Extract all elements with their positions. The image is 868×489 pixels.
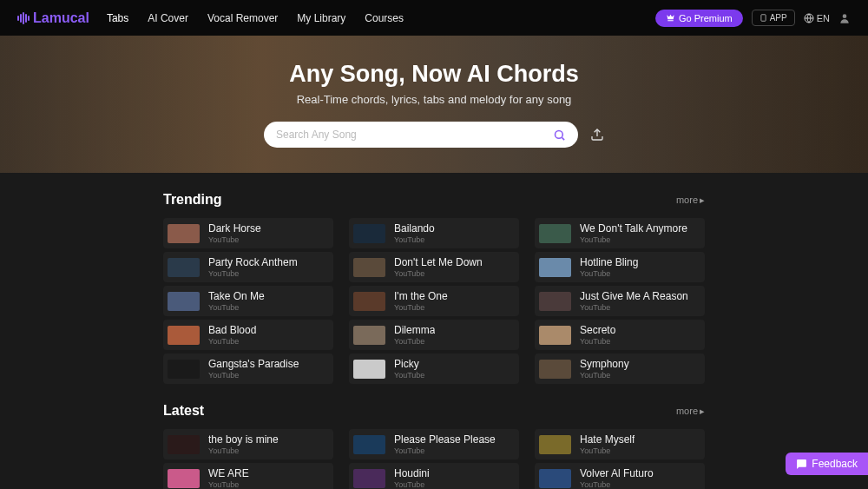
song-item[interactable]: Dark HorseYouTube	[163, 218, 333, 248]
song-item[interactable]: Hate MyselfYouTube	[535, 429, 705, 459]
search-box	[264, 122, 578, 148]
song-source: YouTube	[208, 371, 299, 380]
song-title: Party Rock Anthem	[208, 256, 298, 268]
header-right: Go Premium APP EN	[655, 10, 851, 27]
nav: TabsAI CoverVocal RemoverMy LibraryCours…	[107, 2, 404, 35]
song-info: BailandoYouTube	[394, 222, 435, 244]
song-item[interactable]: Volver Al FuturoYouTube	[535, 463, 705, 489]
header-left: Lamucal TabsAI CoverVocal RemoverMy Libr…	[17, 2, 404, 35]
song-title: Just Give Me A Reason	[580, 290, 688, 302]
song-item[interactable]: SymphonyYouTube	[535, 354, 705, 384]
song-source: YouTube	[208, 446, 279, 455]
song-info: I'm the OneYouTube	[394, 290, 448, 312]
song-info: HoudiniYouTube	[394, 467, 430, 489]
nav-item-vocal-remover[interactable]: Vocal Remover	[207, 2, 278, 35]
song-source: YouTube	[580, 337, 615, 346]
song-thumbnail	[353, 258, 385, 277]
song-info: SecretoYouTube	[580, 324, 615, 346]
song-item[interactable]: Bad BloodYouTube	[163, 320, 333, 350]
song-info: the boy is mineYouTube	[208, 433, 279, 455]
app-label: APP	[770, 13, 787, 23]
section-title: Latest	[163, 403, 204, 419]
song-item[interactable]: PickyYouTube	[349, 354, 519, 384]
song-thumbnail	[353, 360, 385, 379]
song-thumbnail	[539, 258, 571, 277]
nav-item-my-library[interactable]: My Library	[297, 2, 345, 35]
song-info: WE AREYouTube	[208, 467, 249, 489]
song-item[interactable]: Hotline BlingYouTube	[535, 252, 705, 282]
song-info: Gangsta's ParadiseYouTube	[208, 358, 299, 380]
song-title: Symphony	[580, 358, 629, 370]
song-thumbnail	[539, 292, 571, 311]
nav-item-tabs[interactable]: Tabs	[107, 2, 128, 35]
logo[interactable]: Lamucal	[17, 10, 89, 26]
song-info: We Don't Talk AnymoreYouTube	[580, 222, 687, 244]
song-title: Dilemma	[394, 324, 435, 336]
nav-item-courses[interactable]: Courses	[365, 2, 404, 35]
song-title: Gangsta's Paradise	[208, 358, 299, 370]
song-title: Take On Me	[208, 290, 265, 302]
go-premium-button[interactable]: Go Premium	[655, 10, 743, 27]
song-thumbnail	[168, 360, 200, 379]
song-item[interactable]: the boy is mineYouTube	[163, 429, 333, 459]
song-info: Dark HorseYouTube	[208, 222, 261, 244]
song-source: YouTube	[580, 269, 638, 278]
feedback-button[interactable]: Feedback	[786, 453, 868, 475]
song-thumbnail	[353, 469, 385, 488]
globe-icon	[804, 13, 814, 23]
phone-icon	[760, 14, 767, 22]
song-thumbnail	[168, 469, 200, 488]
song-item[interactable]: Party Rock AnthemYouTube	[163, 252, 333, 282]
search-icon[interactable]	[553, 129, 566, 142]
song-item[interactable]: I'm the OneYouTube	[349, 286, 519, 316]
app-button[interactable]: APP	[752, 10, 795, 26]
chevron-right-icon: ▸	[700, 406, 705, 417]
song-item[interactable]: SecretoYouTube	[535, 320, 705, 350]
song-item[interactable]: Please Please PleaseYouTube	[349, 429, 519, 459]
song-info: Party Rock AnthemYouTube	[208, 256, 298, 278]
content: Trendingmore ▸Dark HorseYouTubeBailandoY…	[0, 173, 868, 489]
more-link[interactable]: more ▸	[676, 195, 705, 206]
brand-name: Lamucal	[33, 10, 89, 26]
logo-icon	[17, 12, 30, 24]
song-item[interactable]: We Don't Talk AnymoreYouTube	[535, 218, 705, 248]
song-info: Just Give Me A ReasonYouTube	[580, 290, 688, 312]
song-grid: Dark HorseYouTubeBailandoYouTubeWe Don't…	[163, 218, 705, 384]
hero-title: Any Song, Now AI Chords	[289, 61, 579, 88]
song-title: Secreto	[580, 324, 615, 336]
song-thumbnail	[539, 360, 571, 379]
crown-icon	[666, 13, 675, 23]
song-source: YouTube	[394, 446, 496, 455]
song-thumbnail	[168, 326, 200, 345]
song-item[interactable]: Take On MeYouTube	[163, 286, 333, 316]
search-row	[264, 122, 604, 148]
song-item[interactable]: Gangsta's ParadiseYouTube	[163, 354, 333, 384]
song-item[interactable]: Just Give Me A ReasonYouTube	[535, 286, 705, 316]
song-thumbnail	[353, 326, 385, 345]
song-item[interactable]: DilemmaYouTube	[349, 320, 519, 350]
chat-icon	[796, 459, 807, 470]
more-link[interactable]: more ▸	[676, 406, 705, 417]
song-source: YouTube	[208, 337, 256, 346]
feedback-label: Feedback	[812, 458, 858, 470]
nav-item-ai-cover[interactable]: AI Cover	[148, 2, 188, 35]
song-grid: the boy is mineYouTubePlease Please Plea…	[163, 429, 705, 489]
song-item[interactable]: WE AREYouTube	[163, 463, 333, 489]
song-item[interactable]: HoudiniYouTube	[349, 463, 519, 489]
user-icon[interactable]	[838, 12, 851, 24]
song-source: YouTube	[394, 269, 483, 278]
song-title: Hate Myself	[580, 433, 635, 446]
song-title: Don't Let Me Down	[394, 256, 483, 268]
search-input[interactable]	[276, 129, 553, 141]
song-thumbnail	[168, 258, 200, 277]
song-info: Hotline BlingYouTube	[580, 256, 638, 278]
song-item[interactable]: Don't Let Me DownYouTube	[349, 252, 519, 282]
upload-icon[interactable]	[590, 128, 604, 142]
song-info: Hate MyselfYouTube	[580, 433, 635, 455]
language-button[interactable]: EN	[804, 13, 830, 23]
song-item[interactable]: BailandoYouTube	[349, 218, 519, 248]
song-thumbnail	[353, 224, 385, 243]
hero-subtitle: Real-Time chords, lyrics, tabs and melod…	[297, 93, 572, 106]
song-info: Volver Al FuturoYouTube	[580, 467, 654, 489]
song-source: YouTube	[208, 303, 265, 312]
